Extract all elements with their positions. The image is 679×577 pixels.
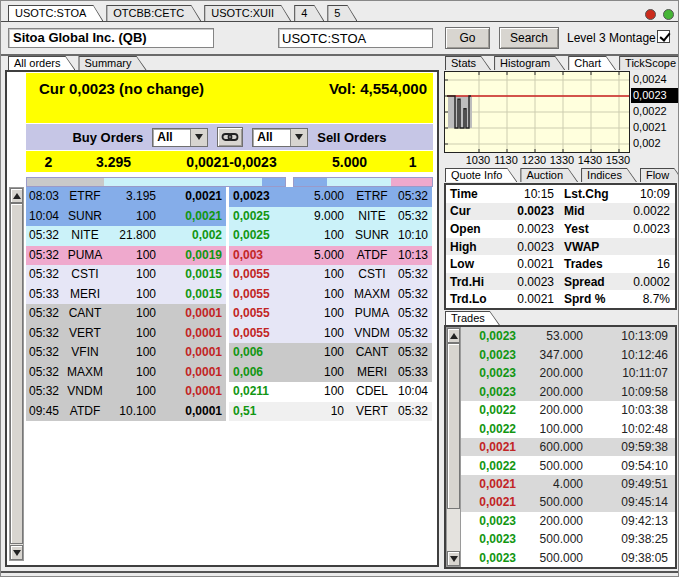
tab-quote-info[interactable]: Quote Info: [445, 168, 517, 182]
window-tab-otcbb-cetc[interactable]: OTCBB:CETC: [106, 5, 201, 21]
sell-order-row[interactable]: 0,006100CANT05:32: [229, 343, 432, 363]
buy-order-row[interactable]: 05:32PUMA1000,0019: [26, 246, 226, 266]
buy-order-row[interactable]: 05:32NITE21.8000,002: [26, 226, 226, 246]
scroll-up-button[interactable]: [447, 328, 460, 343]
tab-auction[interactable]: Auction: [520, 168, 578, 182]
buy-order-row[interactable]: 05:32VERT1000,0001: [26, 324, 226, 344]
buy-filter-select[interactable]: All: [152, 128, 208, 147]
tab-histogram[interactable]: Histogram: [494, 56, 565, 70]
sell-order-row[interactable]: 0,00259.000NITE05:32: [229, 207, 432, 227]
window-tab-4[interactable]: 4: [294, 5, 324, 21]
x-axis-tick: 1230: [520, 154, 548, 166]
sell-order-row[interactable]: 0,0055100CSTI05:32: [229, 265, 432, 285]
order-price: 0,0015: [164, 285, 226, 305]
tab-chart[interactable]: Chart: [568, 56, 616, 70]
trade-row[interactable]: 0,0022200.00010:03:38: [461, 401, 675, 419]
order-price: 0,0023: [229, 187, 295, 207]
tab-tickscope[interactable]: TickScope: [619, 56, 679, 70]
trade-row[interactable]: 0,0022500.00009:54:10: [461, 456, 675, 474]
order-mpid: VERT: [350, 402, 394, 422]
trade-row[interactable]: 0,0023500.00009:38:25: [461, 530, 675, 548]
buy-order-row[interactable]: 05:32CSTI1000,0015: [26, 265, 226, 285]
trade-row[interactable]: 0,0021600.00009:59:38: [461, 438, 675, 456]
sell-order-row[interactable]: 0,0025100SUNR10:10: [229, 226, 432, 246]
order-mpid: CDEL: [350, 382, 394, 402]
sell-order-row[interactable]: 0,0211100CDEL10:04: [229, 382, 432, 402]
tab-label: Summary: [79, 57, 145, 70]
buy-order-row[interactable]: 05:32VFIN1000,0001: [26, 343, 226, 363]
sell-orders-label: Sell Orders: [317, 130, 386, 145]
trade-row[interactable]: 0,002353.00010:13:09: [461, 327, 675, 345]
trade-row[interactable]: 0,0023500.00009:38:05: [461, 549, 675, 567]
quote-value: 0.0023: [626, 222, 675, 236]
sell-order-row[interactable]: 0,00235.000ETRF05:32: [229, 187, 432, 207]
tab-all-orders[interactable]: All orders: [8, 56, 75, 70]
trade-row[interactable]: 0,0022100.00010:02:48: [461, 419, 675, 437]
trade-size: 200.000: [516, 366, 583, 380]
sell-order-row[interactable]: 0,0055100MAXM05:32: [229, 285, 432, 305]
order-time: 05:32: [394, 285, 432, 305]
scroll-down-button[interactable]: [447, 551, 460, 566]
window-tab-usotc-xuii[interactable]: USOTC:XUII: [204, 5, 291, 21]
trade-row[interactable]: 0,0021500.00009:45:14: [461, 493, 675, 511]
order-size: 100: [108, 304, 164, 324]
buy-order-row[interactable]: 05:32CANT1000,0001: [26, 304, 226, 324]
trade-row[interactable]: 0,0023200.00010:11:07: [461, 364, 675, 382]
quote-tab-bar: Quote Info Auction Indices Flow: [445, 169, 679, 182]
scroll-thumb[interactable]: [10, 203, 23, 544]
go-button[interactable]: Go: [445, 27, 490, 49]
quote-label: Trd.Hi: [446, 275, 502, 289]
order-time: 05:32: [26, 226, 62, 246]
trade-row[interactable]: 0,0023200.00010:09:58: [461, 382, 675, 400]
scroll-down-button[interactable]: [10, 545, 23, 560]
tab-trades[interactable]: Trades: [445, 311, 500, 325]
tab-label: Quote Info: [446, 169, 516, 182]
sell-order-row[interactable]: 0,0055100PUMA05:32: [229, 304, 432, 324]
buy-order-row[interactable]: 10:04SUNR1000,0021: [26, 207, 226, 227]
link-filters-button[interactable]: [217, 127, 243, 147]
tab-indices[interactable]: Indices: [581, 168, 637, 182]
buy-order-row[interactable]: 05:32MAXM1000,0001: [26, 363, 226, 383]
buy-order-row[interactable]: 08:03ETRF3.1950,0021: [26, 187, 226, 207]
scroll-thumb[interactable]: [447, 343, 460, 509]
order-mpid: VERT: [62, 324, 108, 344]
tab-summary[interactable]: Summary: [78, 56, 146, 70]
order-price: 0,0001: [164, 343, 226, 363]
quote-label: Time: [446, 187, 502, 201]
trade-price: 0,0023: [461, 532, 516, 546]
montage-checkbox[interactable]: [657, 30, 670, 43]
buy-order-row[interactable]: 09:45ATDF10.1000,0001: [26, 402, 226, 422]
trade-row[interactable]: 0,0023200.00009:42:13: [461, 512, 675, 530]
trades-scrollbar[interactable]: [446, 327, 461, 567]
trade-row[interactable]: 0,0023347.00010:12:46: [461, 345, 675, 363]
sell-order-row[interactable]: 0,0035.000ATDF10:13: [229, 246, 432, 266]
sell-order-row[interactable]: 0,5110VERT05:32: [229, 402, 432, 422]
trade-row[interactable]: 0,00214.00009:49:51: [461, 475, 675, 493]
order-mpid: ETRF: [62, 187, 108, 207]
scroll-up-button[interactable]: [10, 188, 23, 203]
trade-time: 10:09:58: [583, 385, 675, 399]
window-tab-usotc-stoa[interactable]: USOTC:STOA: [8, 5, 103, 21]
tab-flow[interactable]: Flow: [640, 168, 679, 182]
buy-filter-value: All: [153, 129, 190, 146]
buy-orders-table: 08:03ETRF3.1950,0021 10:04SUNR1000,0021 …: [26, 187, 226, 421]
trade-time: 10:12:46: [583, 348, 675, 362]
quote-row: Trd.Lo0.0021Sprd %8.7%: [446, 290, 675, 308]
order-size: 100: [295, 382, 350, 402]
window-tab-5[interactable]: 5: [327, 5, 357, 21]
buy-order-row[interactable]: 05:32VNDM1000,0001: [26, 382, 226, 402]
trade-size: 100.000: [516, 422, 583, 436]
quote-value: 0.0023: [502, 204, 554, 218]
buy-order-row[interactable]: 05:33MERI1000,0015: [26, 285, 226, 305]
sell-filter-select[interactable]: All: [252, 128, 308, 147]
trade-time: 09:45:14: [583, 495, 675, 509]
sell-order-row[interactable]: 0,006100MERI05:33: [229, 363, 432, 383]
chevron-down-icon: [190, 129, 207, 146]
book-scrollbar[interactable]: [9, 187, 24, 561]
sell-order-row[interactable]: 0,0055100VNDM05:32: [229, 324, 432, 344]
tab-stats[interactable]: Stats: [445, 56, 491, 70]
red-status-icon: [645, 9, 656, 20]
symbol-input[interactable]: [278, 28, 433, 48]
search-button[interactable]: Search: [499, 27, 559, 49]
order-time: 05:32: [26, 343, 62, 363]
